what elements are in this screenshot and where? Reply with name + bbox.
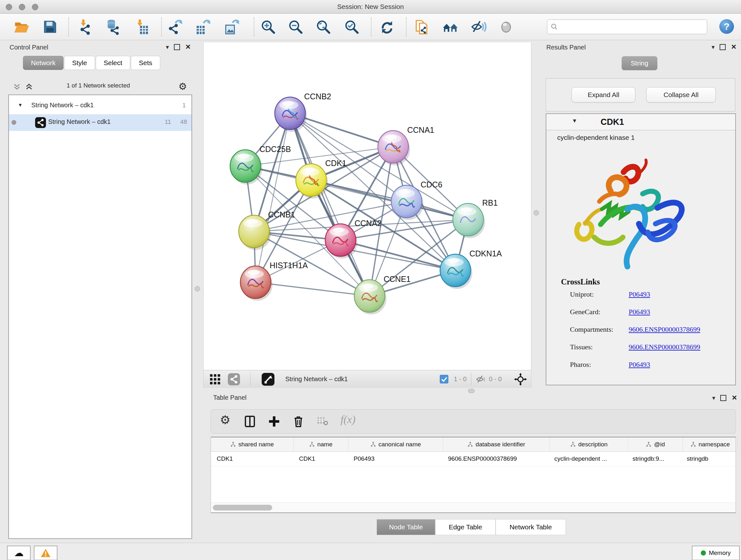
memory-button[interactable]: Memory (692, 546, 740, 560)
column-header--id[interactable]: @id (628, 437, 683, 451)
tab-edge-table[interactable]: Edge Table (435, 519, 495, 535)
clone-network-icon[interactable] (414, 18, 430, 35)
grid-view-icon[interactable] (209, 370, 221, 388)
warnings-button[interactable] (34, 546, 57, 560)
tab-style[interactable]: Style (64, 56, 95, 70)
collection-expand-icon[interactable]: ▼ (18, 102, 23, 108)
fit-selected-crosshair-icon[interactable] (514, 370, 527, 388)
network-node-CDC25B[interactable]: CDC25B (230, 145, 291, 185)
main-toolbar: ? (0, 14, 741, 40)
zoom-fit-icon[interactable] (315, 18, 332, 35)
edge-CDK1-RB1[interactable] (311, 180, 468, 220)
bottom-splitter-handle[interactable] (468, 389, 475, 393)
network-node-CCNA1[interactable]: CCNA1 (378, 125, 434, 165)
control-panel-collapse-icon[interactable]: ▾ (166, 44, 169, 51)
network-canvas[interactable]: CCNB2CCNA1CDC25BCDK1CDC6RB1CCNB1CCNA2CDK… (203, 43, 531, 388)
network-node-RB1[interactable]: RB1 (453, 198, 498, 238)
crosslink-link[interactable]: 9606.ENSP00000378699 (629, 343, 700, 351)
tab-node-table[interactable]: Node Table (377, 519, 435, 535)
results-panel-float-icon[interactable] (720, 44, 726, 50)
export-table-icon[interactable] (194, 18, 211, 35)
export-image-icon[interactable] (223, 18, 239, 35)
column-header-description[interactable]: description (550, 437, 628, 451)
open-session-icon[interactable] (13, 18, 30, 35)
add-column-icon[interactable] (268, 415, 280, 428)
table-row[interactable]: CDK1CDK1P064939606.ENSP00000378699cyclin… (211, 452, 736, 466)
node-label-CDK1: CDK1 (325, 159, 347, 168)
crosslink-link[interactable]: P06493 (629, 361, 650, 369)
crosslink-link[interactable]: P06493 (629, 290, 650, 299)
cell-description[interactable]: cyclin-dependent ... (549, 452, 627, 466)
column-header-shared-name[interactable]: shared name (211, 437, 293, 451)
cloud-status-button[interactable]: ☁ (7, 546, 30, 560)
selected-nodes-checkbox[interactable] (440, 370, 448, 388)
hide-panel-eye-icon[interactable] (470, 18, 487, 35)
collapse-all-button[interactable]: Collapse All (646, 87, 716, 103)
tab-string[interactable]: String (622, 56, 657, 70)
cell--id[interactable]: stringdb:9... (627, 452, 681, 466)
scrollbar-thumb[interactable] (213, 505, 272, 510)
cell-shared-name[interactable]: CDK1 (211, 452, 293, 466)
network-collection-row[interactable]: ▼ String Network – cdk1 1 (9, 98, 192, 114)
zoom-out-icon[interactable] (287, 18, 304, 35)
table-settings-gear-icon[interactable]: ⚙ (220, 413, 232, 426)
table-panel-collapse-icon[interactable]: ▾ (712, 394, 716, 401)
column-header-database-identifier[interactable]: database identifier (443, 437, 550, 451)
network-row-selected[interactable]: String Network – cdk1 11 48 (9, 114, 192, 131)
cell-name[interactable]: CDK1 (293, 452, 348, 466)
import-network-icon[interactable] (78, 18, 94, 35)
cell-database-identifier[interactable]: 9606.ENSP00000378699 (442, 452, 549, 466)
crosslink-link[interactable]: P06493 (629, 308, 650, 316)
network-node-CCNB2[interactable]: CCNB2 (275, 92, 331, 132)
control-panel-float-icon[interactable] (174, 44, 180, 50)
save-session-icon[interactable] (42, 18, 58, 35)
network-share-view-icon[interactable] (228, 370, 240, 388)
table-panel-float-icon[interactable] (720, 395, 726, 401)
import-database-icon[interactable] (105, 18, 121, 35)
column-header-namespace[interactable]: namespace (683, 437, 738, 451)
cell-namespace[interactable]: stringdb (681, 452, 736, 466)
tab-select[interactable]: Select (96, 56, 130, 70)
right-splitter-handle[interactable] (534, 210, 539, 215)
show-eye-icon[interactable] (498, 18, 515, 35)
results-panel-close-icon[interactable]: ✕ (731, 43, 737, 51)
network-node-CDK1[interactable]: CDK1 (296, 159, 347, 199)
protein-collapse-icon[interactable]: ▼ (572, 118, 577, 124)
import-table-icon[interactable] (134, 18, 151, 35)
table-horizontal-scrollbar[interactable] (211, 503, 736, 512)
delete-column-icon[interactable] (292, 415, 305, 428)
crosslinks-title: CrossLinks (561, 277, 600, 287)
network-node-CDKN1A[interactable]: CDKN1A (440, 249, 502, 289)
protein-card-header[interactable]: ▼ CDK1 (546, 114, 735, 130)
edge-HIST1H1A-CCNE1[interactable] (256, 282, 369, 296)
results-panel-collapse-icon[interactable]: ▾ (712, 44, 715, 51)
results-button-box: Expand All Collapse All (546, 78, 735, 111)
hidden-eye-slash-icon[interactable] (475, 370, 486, 388)
network-node-HIST1H1A[interactable]: HIST1H1A (240, 261, 308, 301)
control-panel-close-icon[interactable]: ✕ (185, 43, 191, 51)
network-options-gear-icon[interactable]: ⚙ (179, 81, 187, 92)
help-button[interactable]: ? (719, 19, 734, 34)
expand-all-button[interactable]: Expand All (571, 87, 635, 103)
network-graph[interactable]: CCNB2CCNA1CDC25BCDK1CDC6RB1CCNB1CCNA2CDK… (204, 43, 531, 370)
search-input[interactable] (547, 19, 707, 34)
zoom-selected-icon[interactable] (343, 18, 360, 35)
refresh-icon[interactable] (379, 18, 395, 35)
export-network-icon[interactable] (167, 18, 184, 35)
column-header-name[interactable]: name (293, 437, 348, 451)
zoom-in-icon[interactable] (260, 18, 276, 35)
show-columns-icon[interactable] (244, 415, 256, 428)
tab-sets[interactable]: Sets (131, 56, 160, 70)
edge-CCNB2-HIST1H1A[interactable] (256, 113, 290, 282)
column-header-canonical-name[interactable]: canonical name (348, 437, 443, 451)
left-splitter-handle[interactable] (195, 286, 200, 292)
memory-label: Memory (709, 550, 731, 557)
edge-CCNA2-CDKN1A[interactable] (340, 240, 455, 270)
tab-network[interactable]: Network (23, 56, 64, 70)
crosslink-link[interactable]: 9606.ENSP00000378699 (629, 325, 700, 334)
birds-eye-view-icon[interactable] (262, 370, 274, 388)
tab-network-table[interactable]: Network Table (495, 519, 566, 535)
home-icon[interactable] (442, 18, 459, 35)
cell-canonical-name[interactable]: P06493 (348, 452, 442, 466)
table-panel-close-icon[interactable]: ✕ (731, 394, 737, 401)
